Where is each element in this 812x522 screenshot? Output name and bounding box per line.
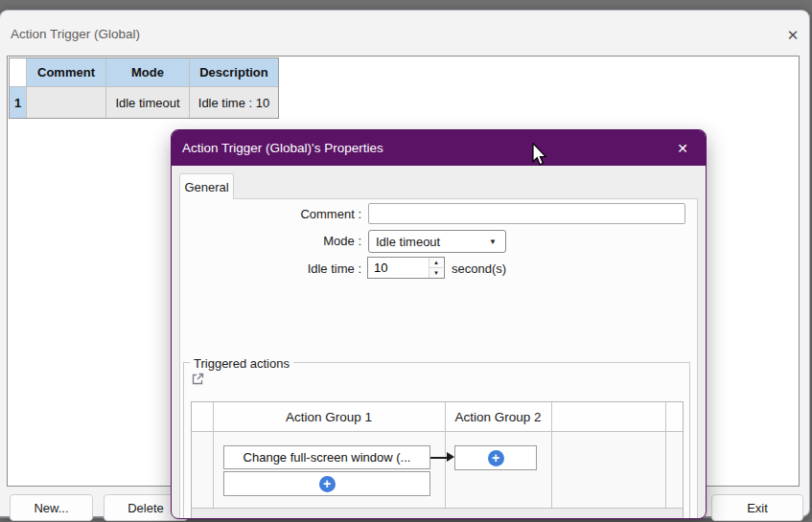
grid-line <box>445 402 446 519</box>
action-groups-header-row: Action Group 1 Action Group 2 <box>192 402 683 432</box>
idle-time-label: Idle time : <box>270 261 361 276</box>
desktop-background: Action Trigger (Global) ✕ Comment Mode D… <box>0 0 812 522</box>
triggered-actions-label: Triggered actions <box>190 356 293 371</box>
row-number[interactable]: 1 <box>10 87 26 118</box>
column-header-mode[interactable]: Mode <box>106 58 189 86</box>
window-title: Action Trigger (Global) <box>11 27 140 41</box>
connector-arrow-line <box>430 457 448 459</box>
grid-line <box>213 402 214 519</box>
column-header-action-group-1[interactable]: Action Group 1 <box>213 402 445 432</box>
grid-line <box>665 402 666 519</box>
comment-label: Comment : <box>270 207 361 221</box>
mouse-cursor <box>531 143 547 170</box>
action-groups-table: Action Group 1 Action Group 2 Change ful… <box>191 401 684 519</box>
spin-down-icon[interactable]: ▼ <box>429 268 443 278</box>
column-header-action-group-2[interactable]: Action Group 2 <box>445 402 551 432</box>
dialog-action-trigger-properties: Action Trigger (Global)'s Properties ✕ G… <box>171 129 707 519</box>
cell-description[interactable]: Idle time : 10 <box>190 87 278 118</box>
trigger-table: Comment Mode Description 1 Idle timeout … <box>9 57 279 119</box>
mode-selected-value: Idle timeout <box>376 235 440 249</box>
add-action-button-group1[interactable]: + <box>223 471 430 496</box>
grid-line <box>551 402 552 519</box>
exit-button[interactable]: Exit <box>711 494 803 521</box>
dialog-titlebar[interactable]: Action Trigger (Global)'s Properties ✕ <box>172 130 706 166</box>
new-button[interactable]: New... <box>10 494 93 521</box>
plus-icon: + <box>488 450 504 466</box>
connector-arrow-head <box>447 452 454 462</box>
table-corner-cell <box>10 58 26 86</box>
tab-general[interactable]: General <box>179 173 234 199</box>
mode-label: Mode : <box>270 234 361 248</box>
cell-mode[interactable]: Idle timeout <box>106 87 189 118</box>
column-header-description[interactable]: Description <box>190 58 278 86</box>
next-row-strip <box>192 508 683 519</box>
column-header-comment[interactable]: Comment <box>27 58 105 86</box>
spin-up-icon[interactable]: ▲ <box>429 258 443 268</box>
comment-input[interactable] <box>368 203 685 224</box>
add-action-button-group2[interactable]: + <box>454 445 537 470</box>
cell-comment[interactable] <box>27 87 105 118</box>
open-in-new-window-icon[interactable] <box>191 373 204 386</box>
idle-time-input[interactable] <box>368 258 424 278</box>
close-icon[interactable]: ✕ <box>780 23 805 48</box>
idle-time-stepper: ▲ ▼ <box>367 257 445 279</box>
spin-buttons: ▲ ▼ <box>429 258 443 278</box>
plus-icon: + <box>319 476 336 492</box>
dialog-close-icon[interactable]: ✕ <box>669 130 696 166</box>
action-item-button[interactable]: Change full-screen window (... <box>223 445 430 469</box>
mode-dropdown[interactable]: Idle timeout ▼ <box>368 230 506 253</box>
dialog-title: Action Trigger (Global)'s Properties <box>182 141 383 155</box>
idle-time-unit: second(s) <box>452 261 506 276</box>
chevron-down-icon: ▼ <box>489 238 497 246</box>
